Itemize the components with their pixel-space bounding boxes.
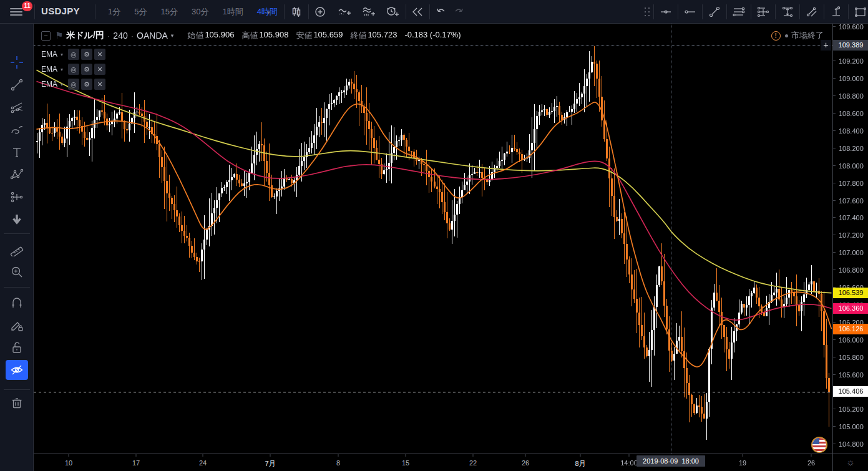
indicator-eye-button[interactable]: ◎: [68, 49, 79, 60]
drawing-lock-tool-button[interactable]: [6, 316, 28, 336]
symbol-title[interactable]: 米ドル/円: [66, 30, 104, 41]
date-price-range-tool-button[interactable]: [827, 2, 846, 21]
indicator-name[interactable]: EMA: [41, 50, 57, 59]
sun-icon[interactable]: ☼: [846, 457, 855, 467]
chart-legend-header[interactable]: − ⚑ 米ドル/円 · 240 · OANDA ▾ 始値105.906 高値10…: [41, 30, 461, 41]
time-tick-label: 24: [199, 459, 207, 467]
indicator-settings-button[interactable]: ⚙: [81, 79, 92, 90]
price-tick-label: 109.200: [833, 57, 868, 66]
tick-mark: [811, 454, 812, 457]
lock-all-tool-button[interactable]: [6, 337, 28, 357]
us-flag-logo[interactable]: [811, 437, 827, 453]
divider: [726, 4, 727, 19]
forecast-tool-button[interactable]: [6, 187, 28, 207]
price-range-tool-icon: [781, 6, 794, 18]
redo-button[interactable]: [449, 2, 468, 21]
warning-icon[interactable]: !: [771, 31, 781, 41]
tick-mark: [833, 339, 836, 340]
favorite-drawing-tools: [656, 0, 868, 24]
ruler-icon: [10, 243, 24, 256]
text-tool-button[interactable]: [6, 142, 28, 162]
menu-button[interactable]: 11: [5, 3, 29, 21]
indicator-eye-button[interactable]: ◎: [68, 64, 79, 75]
price-tick-label: 105.600: [833, 371, 868, 379]
candlestick-canvas[interactable]: [34, 24, 832, 454]
open-value: 105.906: [205, 30, 234, 41]
chart-plot-area[interactable]: − ⚑ 米ドル/円 · 240 · OANDA ▾ 始値105.906 高値10…: [34, 24, 832, 454]
tick-mark: [833, 183, 836, 183]
compare-button[interactable]: [311, 2, 329, 21]
chevron-down-icon[interactable]: ▾: [267, 9, 270, 16]
magnet-tool-button[interactable]: [6, 293, 28, 313]
symbol-button[interactable]: USDJPY: [41, 6, 80, 16]
tick-mark: [833, 148, 836, 148]
trend-line-tool-button[interactable]: [6, 75, 28, 95]
undo-button[interactable]: [432, 2, 451, 21]
time-tick-label: 17: [132, 459, 140, 467]
indicator-settings-button[interactable]: ⚙: [81, 64, 92, 75]
indicator-eye-button[interactable]: ◎: [68, 79, 79, 90]
arrow-down-tool-button[interactable]: [6, 210, 28, 230]
interval-button-2[interactable]: 15分: [154, 0, 184, 24]
divider: [95, 4, 95, 19]
flag-marker-icon[interactable]: ⚑: [55, 30, 63, 41]
hide-all-tool-button[interactable]: [6, 360, 28, 380]
horizontal-ray-tool-button[interactable]: [681, 2, 700, 21]
brush-tool-button[interactable]: [6, 120, 28, 140]
chevron-down-icon[interactable]: ▾: [61, 82, 63, 87]
rectangle-tool-button[interactable]: [851, 2, 868, 21]
trend-line-tool-button[interactable]: [705, 2, 724, 21]
chevron-down-icon[interactable]: ▾: [61, 67, 63, 72]
crosshair-tool-button[interactable]: [6, 52, 28, 72]
indicator-close-button[interactable]: ✕: [94, 49, 105, 60]
chevron-down-icon[interactable]: ▾: [61, 52, 63, 57]
interval-button-0[interactable]: 1分: [101, 0, 127, 24]
indicator-close-button[interactable]: ✕: [94, 64, 105, 75]
last-price-line: [34, 392, 832, 392]
toolbar-drag-handle[interactable]: [645, 7, 651, 16]
indicator-close-button[interactable]: ✕: [94, 79, 105, 90]
collapse-legend-button[interactable]: −: [41, 31, 51, 41]
tick-mark: [833, 95, 836, 96]
indicator-name[interactable]: EMA: [41, 65, 57, 74]
time-tick-label: 10: [65, 459, 72, 467]
trading-app: 11 USDJPY 1分5分15分30分1時間4時間日 ▾: [0, 0, 868, 471]
candlestick-style-button[interactable]: [287, 2, 306, 21]
add-alert-plus-icon[interactable]: +: [821, 40, 831, 51]
indicator-name[interactable]: EMA: [41, 80, 57, 89]
indicator-legend-row[interactable]: EMA▾◎⚙✕: [41, 64, 107, 75]
chevron-down-icon[interactable]: ▾: [171, 32, 174, 39]
parallel-lines-tool-button[interactable]: [729, 2, 748, 21]
price-range-tool-button[interactable]: [778, 2, 797, 21]
indicator-template-button[interactable]: [359, 2, 378, 21]
time-tick-label: 14:00: [620, 459, 638, 467]
tick-mark: [203, 454, 203, 457]
horizontal-line-tool-button[interactable]: [656, 2, 675, 21]
indicators-button[interactable]: [335, 2, 354, 21]
interval-button-4[interactable]: 1時間: [215, 0, 250, 24]
interval-button-3[interactable]: 30分: [185, 0, 215, 24]
remove-all-tool-button[interactable]: [6, 393, 28, 413]
parallel-lines-tool-icon: [733, 6, 745, 18]
price-axis[interactable]: 109.600109.200109.000108.800108.600108.4…: [832, 24, 868, 454]
pitchfork-tool-button[interactable]: [6, 97, 28, 117]
ruler-tool-button[interactable]: [6, 240, 28, 260]
theme-toggle-cell[interactable]: ☼: [832, 454, 868, 471]
zoom-in-tool-button[interactable]: [6, 262, 28, 282]
indicator-legend-row[interactable]: EMA▾◎⚙✕: [41, 49, 107, 60]
interval-button-1[interactable]: 5分: [127, 0, 154, 24]
last-price-badge: 105.406: [833, 386, 868, 397]
pattern-tool-button[interactable]: [6, 165, 28, 185]
time-axis[interactable]: 2019-08-09 18:00 1017247月81522268月14:001…: [34, 454, 832, 471]
cross-line-tool-button[interactable]: [754, 2, 773, 21]
tick-mark: [69, 454, 69, 457]
price-tick-label: 107.200: [833, 231, 868, 240]
tick-mark: [833, 61, 836, 61]
tick-mark: [833, 113, 836, 114]
indicator-legend-row[interactable]: EMA▾◎⚙✕: [41, 79, 107, 90]
indicator-settings-button[interactable]: ⚙: [81, 49, 92, 60]
alert-button[interactable]: [383, 2, 402, 21]
replay-button[interactable]: [408, 2, 427, 21]
parallel-channel-tool-button[interactable]: [802, 2, 821, 21]
change-value: -0.183 (-0.17%): [404, 30, 461, 41]
